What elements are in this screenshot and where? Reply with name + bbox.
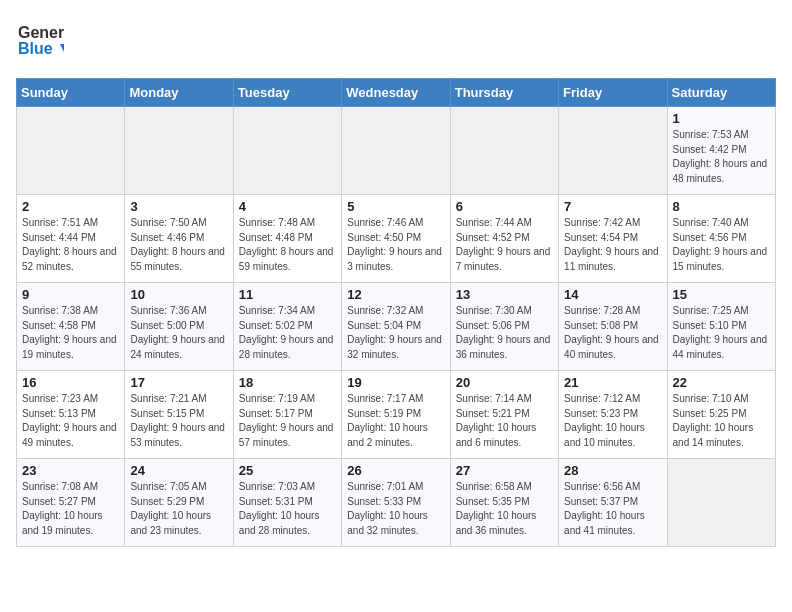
svg-text:Blue: Blue — [18, 40, 53, 57]
day-info: Sunrise: 6:58 AM Sunset: 5:35 PM Dayligh… — [456, 480, 553, 538]
day-number: 5 — [347, 199, 444, 214]
calendar-cell — [17, 107, 125, 195]
day-number: 14 — [564, 287, 661, 302]
calendar-cell — [233, 107, 341, 195]
day-info: Sunrise: 7:34 AM Sunset: 5:02 PM Dayligh… — [239, 304, 336, 362]
day-info: Sunrise: 7:23 AM Sunset: 5:13 PM Dayligh… — [22, 392, 119, 450]
calendar-cell — [667, 459, 775, 547]
calendar-week-row: 1Sunrise: 7:53 AM Sunset: 4:42 PM Daylig… — [17, 107, 776, 195]
calendar-cell: 11Sunrise: 7:34 AM Sunset: 5:02 PM Dayli… — [233, 283, 341, 371]
day-number: 16 — [22, 375, 119, 390]
calendar-cell: 17Sunrise: 7:21 AM Sunset: 5:15 PM Dayli… — [125, 371, 233, 459]
calendar-cell: 24Sunrise: 7:05 AM Sunset: 5:29 PM Dayli… — [125, 459, 233, 547]
col-header-saturday: Saturday — [667, 79, 775, 107]
calendar-cell: 8Sunrise: 7:40 AM Sunset: 4:56 PM Daylig… — [667, 195, 775, 283]
col-header-tuesday: Tuesday — [233, 79, 341, 107]
calendar-cell: 3Sunrise: 7:50 AM Sunset: 4:46 PM Daylig… — [125, 195, 233, 283]
day-number: 7 — [564, 199, 661, 214]
day-info: Sunrise: 7:50 AM Sunset: 4:46 PM Dayligh… — [130, 216, 227, 274]
calendar-cell: 1Sunrise: 7:53 AM Sunset: 4:42 PM Daylig… — [667, 107, 775, 195]
calendar-week-row: 9Sunrise: 7:38 AM Sunset: 4:58 PM Daylig… — [17, 283, 776, 371]
day-info: Sunrise: 7:48 AM Sunset: 4:48 PM Dayligh… — [239, 216, 336, 274]
day-number: 2 — [22, 199, 119, 214]
calendar-cell: 9Sunrise: 7:38 AM Sunset: 4:58 PM Daylig… — [17, 283, 125, 371]
col-header-thursday: Thursday — [450, 79, 558, 107]
day-number: 9 — [22, 287, 119, 302]
day-info: Sunrise: 7:10 AM Sunset: 5:25 PM Dayligh… — [673, 392, 770, 450]
day-info: Sunrise: 7:21 AM Sunset: 5:15 PM Dayligh… — [130, 392, 227, 450]
calendar-cell: 10Sunrise: 7:36 AM Sunset: 5:00 PM Dayli… — [125, 283, 233, 371]
svg-text:General: General — [18, 24, 64, 41]
day-info: Sunrise: 7:19 AM Sunset: 5:17 PM Dayligh… — [239, 392, 336, 450]
calendar-cell: 22Sunrise: 7:10 AM Sunset: 5:25 PM Dayli… — [667, 371, 775, 459]
calendar-cell: 5Sunrise: 7:46 AM Sunset: 4:50 PM Daylig… — [342, 195, 450, 283]
day-number: 17 — [130, 375, 227, 390]
day-number: 23 — [22, 463, 119, 478]
day-number: 8 — [673, 199, 770, 214]
day-info: Sunrise: 7:05 AM Sunset: 5:29 PM Dayligh… — [130, 480, 227, 538]
calendar-cell: 13Sunrise: 7:30 AM Sunset: 5:06 PM Dayli… — [450, 283, 558, 371]
calendar-week-row: 16Sunrise: 7:23 AM Sunset: 5:13 PM Dayli… — [17, 371, 776, 459]
day-number: 21 — [564, 375, 661, 390]
page-header: General Blue — [16, 16, 776, 68]
calendar-table: SundayMondayTuesdayWednesdayThursdayFrid… — [16, 78, 776, 547]
calendar-cell: 21Sunrise: 7:12 AM Sunset: 5:23 PM Dayli… — [559, 371, 667, 459]
day-info: Sunrise: 7:38 AM Sunset: 4:58 PM Dayligh… — [22, 304, 119, 362]
day-number: 18 — [239, 375, 336, 390]
day-number: 1 — [673, 111, 770, 126]
calendar-cell: 23Sunrise: 7:08 AM Sunset: 5:27 PM Dayli… — [17, 459, 125, 547]
calendar-cell — [125, 107, 233, 195]
col-header-wednesday: Wednesday — [342, 79, 450, 107]
calendar-cell: 14Sunrise: 7:28 AM Sunset: 5:08 PM Dayli… — [559, 283, 667, 371]
calendar-cell: 16Sunrise: 7:23 AM Sunset: 5:13 PM Dayli… — [17, 371, 125, 459]
day-info: Sunrise: 7:30 AM Sunset: 5:06 PM Dayligh… — [456, 304, 553, 362]
calendar-cell: 6Sunrise: 7:44 AM Sunset: 4:52 PM Daylig… — [450, 195, 558, 283]
col-header-monday: Monday — [125, 79, 233, 107]
day-number: 26 — [347, 463, 444, 478]
logo: General Blue — [16, 16, 64, 68]
svg-marker-2 — [60, 44, 64, 54]
day-info: Sunrise: 7:42 AM Sunset: 4:54 PM Dayligh… — [564, 216, 661, 274]
calendar-cell: 20Sunrise: 7:14 AM Sunset: 5:21 PM Dayli… — [450, 371, 558, 459]
day-info: Sunrise: 7:44 AM Sunset: 4:52 PM Dayligh… — [456, 216, 553, 274]
calendar-cell — [559, 107, 667, 195]
day-info: Sunrise: 7:14 AM Sunset: 5:21 PM Dayligh… — [456, 392, 553, 450]
day-info: Sunrise: 7:08 AM Sunset: 5:27 PM Dayligh… — [22, 480, 119, 538]
day-number: 11 — [239, 287, 336, 302]
calendar-week-row: 2Sunrise: 7:51 AM Sunset: 4:44 PM Daylig… — [17, 195, 776, 283]
day-info: Sunrise: 7:01 AM Sunset: 5:33 PM Dayligh… — [347, 480, 444, 538]
day-number: 3 — [130, 199, 227, 214]
calendar-cell: 28Sunrise: 6:56 AM Sunset: 5:37 PM Dayli… — [559, 459, 667, 547]
calendar-cell — [342, 107, 450, 195]
day-number: 27 — [456, 463, 553, 478]
logo-icon: General Blue — [16, 16, 64, 64]
calendar-cell: 12Sunrise: 7:32 AM Sunset: 5:04 PM Dayli… — [342, 283, 450, 371]
day-info: Sunrise: 7:28 AM Sunset: 5:08 PM Dayligh… — [564, 304, 661, 362]
calendar-cell: 25Sunrise: 7:03 AM Sunset: 5:31 PM Dayli… — [233, 459, 341, 547]
day-number: 10 — [130, 287, 227, 302]
calendar-cell: 19Sunrise: 7:17 AM Sunset: 5:19 PM Dayli… — [342, 371, 450, 459]
calendar-cell: 26Sunrise: 7:01 AM Sunset: 5:33 PM Dayli… — [342, 459, 450, 547]
calendar-cell: 18Sunrise: 7:19 AM Sunset: 5:17 PM Dayli… — [233, 371, 341, 459]
calendar-header-row: SundayMondayTuesdayWednesdayThursdayFrid… — [17, 79, 776, 107]
calendar-cell — [450, 107, 558, 195]
day-info: Sunrise: 6:56 AM Sunset: 5:37 PM Dayligh… — [564, 480, 661, 538]
day-info: Sunrise: 7:12 AM Sunset: 5:23 PM Dayligh… — [564, 392, 661, 450]
col-header-sunday: Sunday — [17, 79, 125, 107]
calendar-cell: 7Sunrise: 7:42 AM Sunset: 4:54 PM Daylig… — [559, 195, 667, 283]
day-number: 13 — [456, 287, 553, 302]
day-info: Sunrise: 7:46 AM Sunset: 4:50 PM Dayligh… — [347, 216, 444, 274]
day-number: 24 — [130, 463, 227, 478]
day-info: Sunrise: 7:51 AM Sunset: 4:44 PM Dayligh… — [22, 216, 119, 274]
day-info: Sunrise: 7:36 AM Sunset: 5:00 PM Dayligh… — [130, 304, 227, 362]
day-number: 12 — [347, 287, 444, 302]
day-number: 20 — [456, 375, 553, 390]
col-header-friday: Friday — [559, 79, 667, 107]
day-info: Sunrise: 7:40 AM Sunset: 4:56 PM Dayligh… — [673, 216, 770, 274]
day-number: 28 — [564, 463, 661, 478]
day-info: Sunrise: 7:17 AM Sunset: 5:19 PM Dayligh… — [347, 392, 444, 450]
calendar-week-row: 23Sunrise: 7:08 AM Sunset: 5:27 PM Dayli… — [17, 459, 776, 547]
calendar-cell: 2Sunrise: 7:51 AM Sunset: 4:44 PM Daylig… — [17, 195, 125, 283]
day-number: 19 — [347, 375, 444, 390]
day-number: 22 — [673, 375, 770, 390]
